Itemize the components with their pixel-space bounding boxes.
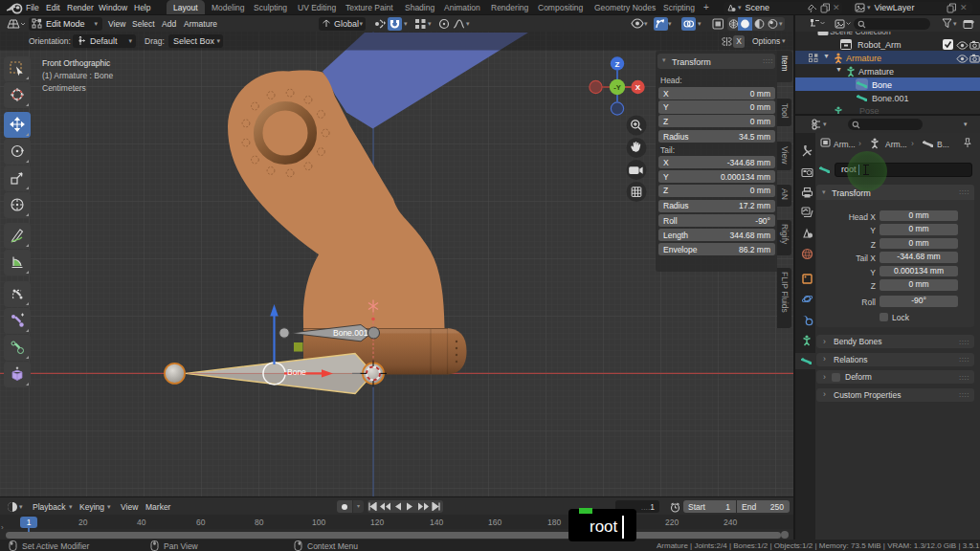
svg-text:Bone: Bone xyxy=(287,367,306,377)
svg-text:Z: Z xyxy=(615,60,620,69)
svg-text:-Y: -Y xyxy=(613,83,621,92)
svg-text:Bone.001: Bone.001 xyxy=(333,328,368,338)
svg-text:X: X xyxy=(635,83,641,92)
